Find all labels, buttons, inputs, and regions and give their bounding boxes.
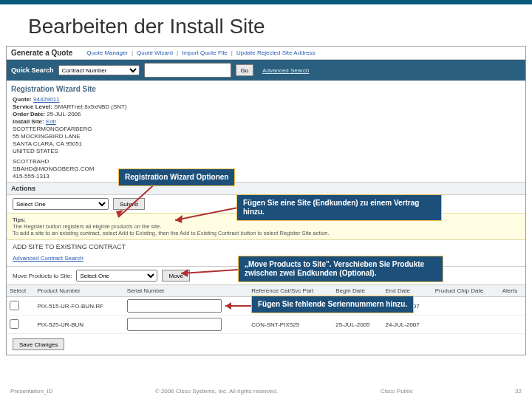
- svg-marker-7: [225, 302, 231, 310]
- callout-add-site: Fügen Sie eine Site (Endkunden) zu einem…: [236, 194, 442, 221]
- svg-marker-5: [181, 269, 188, 277]
- quote-info: Quote: 94429011 Service Level: SMARTnet …: [7, 95, 525, 182]
- edit-link[interactable]: Edit: [46, 118, 56, 125]
- callout-registration-options: Registration Wizard Optionen: [118, 168, 235, 186]
- footer: Presentation_ID © 2006 Cisco Systems, In…: [0, 383, 532, 399]
- row-select[interactable]: [10, 301, 19, 310]
- go-button[interactable]: Go: [236, 64, 254, 76]
- col-product: Product Number: [34, 285, 123, 297]
- col-select: Select: [7, 285, 34, 297]
- quick-search-input[interactable]: [144, 63, 231, 78]
- link-quote-manager[interactable]: Quote Manager: [86, 50, 128, 56]
- arrow-icon: [171, 204, 245, 229]
- svg-line-4: [181, 270, 238, 273]
- generate-label: Generate a Quote: [11, 49, 72, 57]
- move-select[interactable]: Select One: [76, 270, 157, 282]
- advanced-search-link[interactable]: Advanced Search: [262, 67, 309, 74]
- serial-input[interactable]: [127, 299, 222, 313]
- col-alerts: Alerts: [499, 285, 525, 297]
- link-import-file[interactable]: Import Quote File: [182, 50, 228, 56]
- actions-select[interactable]: Select One: [13, 198, 109, 210]
- slide-title: Bearbeiten der Install Site: [0, 4, 532, 46]
- callout-serial-numbers: Fügen Sie fehlende Seriennummern hinzu.: [251, 296, 414, 313]
- page-number: 32: [515, 388, 522, 395]
- quick-search-select[interactable]: Contract Number: [58, 65, 140, 75]
- presentation-id: Presentation_ID: [10, 388, 52, 395]
- app-header: Generate a Quote Quote Manager| Quote Wi…: [7, 47, 525, 60]
- table-row: PIX-525-UR-BUN CON-SNT-PIX525 25-JUL-200…: [7, 316, 525, 334]
- arrow-icon: [115, 180, 166, 228]
- quote-link[interactable]: 94429011: [33, 96, 60, 103]
- col-chip: Product Chip Date: [432, 285, 499, 297]
- col-serial: Serial Number: [124, 285, 249, 297]
- cisco-public: Cisco Public: [381, 388, 413, 395]
- row-select[interactable]: [10, 319, 19, 329]
- quick-search-label: Quick Search: [11, 66, 54, 74]
- save-button[interactable]: Save Changes: [13, 338, 64, 350]
- actions-header: Actions: [7, 182, 525, 195]
- callout-move-products: „Move Products to Site". Verschieben Sie…: [238, 256, 443, 282]
- advanced-contract-link[interactable]: Advanced Contract Search: [13, 255, 83, 262]
- move-label: Move Products to Site:: [13, 273, 72, 279]
- section-title: Registration Wizard Site: [7, 81, 525, 95]
- link-quote-wizard[interactable]: Quote Wizard: [137, 50, 173, 56]
- svg-line-2: [175, 208, 238, 220]
- serial-input[interactable]: [127, 318, 222, 331]
- existing-label: ADD SITE TO EXISTING CONTRACT: [7, 240, 525, 253]
- quick-search-bar: Quick Search Contract Number Go Advanced…: [7, 60, 525, 81]
- svg-marker-3: [175, 215, 183, 223]
- link-update-rejected[interactable]: Update Rejected Site Address: [236, 50, 316, 56]
- copyright: © 2006 Cisco Systems, Inc. All rights re…: [155, 388, 278, 395]
- arrow-icon: [177, 266, 244, 284]
